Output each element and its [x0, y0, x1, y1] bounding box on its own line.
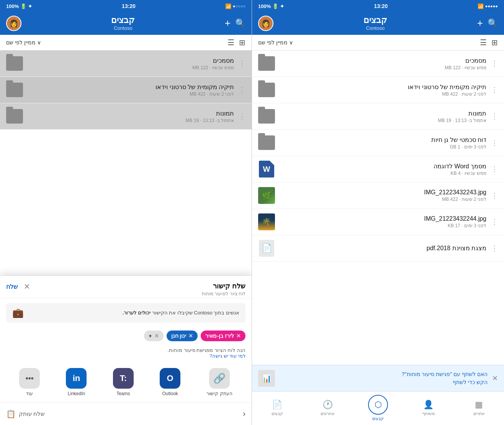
docs-label: קבצים — [272, 411, 283, 416]
shared-label: משותף — [422, 411, 435, 416]
folder-icon-3-right — [258, 134, 275, 151]
send-copy-button[interactable]: שלח עותק 📋 — [6, 409, 45, 418]
file-dots-4-right[interactable]: ⋮ — [491, 165, 498, 173]
file-dots-2-right[interactable]: ⋮ — [491, 112, 498, 120]
file-name-2-left: תמונות — [28, 110, 234, 117]
file-dots-0-right[interactable]: ⋮ — [491, 59, 498, 68]
file-dots-7-right[interactable]: ⋮ — [491, 244, 498, 252]
file-dots-1-right[interactable]: ⋮ — [491, 86, 498, 94]
file-item-right-6[interactable]: ⋮ IMG_21223432244.jpg לפני 3 ימים · 17 K… — [252, 209, 504, 235]
bottom-nav: ▦ אתרים 👤 משותף ⬡ קבצים 🕐 אחרונים 📄 קבצי… — [252, 391, 504, 425]
back-button[interactable]: ‹ — [243, 409, 245, 419]
notify-text: האם לשתף עם "פגישת סיעור מוחות"? הקש כדי… — [280, 370, 488, 386]
signal-dots-right: ●●●●● — [485, 4, 498, 8]
file-info-4-right: מסמך Word לדוגמה ממש עכשיו · 4 KB — [280, 163, 486, 176]
file-info-0-right: מסמכים ממש עכשיו · 122 MB — [280, 57, 486, 70]
sort-button-right[interactable]: ∨ ממיין לפי שם — [258, 39, 293, 46]
modal-send-button[interactable]: שלח — [6, 283, 18, 290]
header-icons-left: 🔍 + — [225, 17, 245, 29]
bluetooth-icon-right: ✦ — [280, 3, 284, 9]
nav-item-sites[interactable]: ▦ אתרים — [453, 400, 504, 416]
file-info-0-left: מסמכים ממש עכשיו · 122 MB — [28, 57, 234, 70]
share-app-outlook[interactable]: O Outlook — [160, 368, 180, 396]
file-item-right-7[interactable]: ⋮ מצגת מצוינת 2018.pdf 📄 — [252, 235, 504, 262]
docs-icon: 📄 — [272, 400, 282, 410]
share-app-more[interactable]: ••• עוד — [19, 368, 40, 396]
avatar-right[interactable]: 👩 — [258, 16, 273, 31]
file-item-right-4[interactable]: ⋮ מסמך Word לדוגמה ממש עכשיו · 4 KB W — [252, 156, 504, 182]
hint-link[interactable]: למי עוד יש גישה? — [209, 353, 245, 359]
list-view-icon-left[interactable]: ☰ — [227, 38, 234, 47]
copy-label: העתק קישור — [206, 391, 232, 396]
file-item-right-0[interactable]: ⋮ מסמכים ממש עכשיו · 122 MB — [252, 50, 504, 77]
share-app-linkedin[interactable]: in LinkedIn — [66, 368, 87, 396]
recipient-name-0: לירז בן-מאיר — [205, 333, 234, 339]
notify-line1: האם לשתף עם "פגישת סיעור מוחות"? — [280, 370, 488, 378]
files-active-label: קבצים — [372, 416, 384, 421]
nav-item-docs[interactable]: 📄 קבצים — [252, 400, 303, 416]
file-dots-2-left[interactable]: ⋮ — [239, 112, 245, 120]
info-box: אנשים בתוך Contoso שקיבלו את הקישור יכול… — [6, 303, 245, 323]
file-meta-0-left: ממש עכשיו · 122 MB — [28, 65, 234, 70]
chevron-down-icon-right: ∨ — [289, 39, 293, 46]
recipient-close-extra[interactable]: ✕ — [154, 333, 159, 339]
add-icon-right[interactable]: + — [477, 17, 483, 29]
file-item-right-2[interactable]: ⋮ תמונות אתמול ב- 13:13 · 19 MB — [252, 103, 504, 130]
file-item-right-3[interactable]: ⋮ דוח סכמטי של גן חיות לפני 3 ימים · 1 G… — [252, 130, 504, 156]
nav-item-shared[interactable]: 👤 משותף — [403, 400, 454, 416]
file-item-right-5[interactable]: ⋮ IMG_21223432243.jpg לפני 2 שעות · 422 … — [252, 182, 504, 209]
share-app-copy[interactable]: 🔗 העתק קישור — [206, 368, 232, 396]
file-info-7-right: מצגת מצוינת 2018.pdf — [280, 244, 486, 252]
status-right-left: 📶 ●○○○○ — [225, 3, 245, 9]
recipient-chip-0[interactable]: ✕ לירז בן-מאיר — [201, 331, 245, 341]
info-box-text: אנשים בתוך Contoso שקיבלו את הקישור יכול… — [28, 309, 239, 317]
notify-close-button[interactable]: ✕ — [492, 374, 498, 383]
link-icon: 💼 — [12, 308, 24, 318]
recipient-close-0[interactable]: ✕ — [236, 333, 241, 339]
nav-item-recent[interactable]: 🕐 אחרונים — [303, 400, 353, 416]
recipient-chip-1[interactable]: ✕ ינון חנן — [167, 331, 198, 341]
file-item-left-2[interactable]: ⋮ תמונות אתמול ב- 13:13 · 19 MB — [0, 103, 252, 130]
modal-header: שלח קישור לוח ציור לסיעור מוחות ✕ שלח — [0, 276, 252, 298]
file-item-right-1[interactable]: ⋮ תיקיה מקומית של סרטוני וידאו לפני 2 שע… — [252, 77, 504, 103]
add-icon-left[interactable]: + — [225, 17, 231, 29]
modal-title-group: שלח קישור לוח ציור לסיעור מוחות — [202, 282, 245, 296]
list-view-icon-right[interactable]: ☰ — [480, 38, 487, 47]
search-icon-left[interactable]: 🔍 — [235, 18, 245, 28]
nav-item-files-active[interactable]: ⬡ קבצים — [353, 395, 403, 421]
app-subtitle-left: Contoso — [111, 25, 135, 31]
file-dots-5-right[interactable]: ⋮ — [491, 191, 498, 200]
toolbar-right: ⊞ ☰ ∨ ממיין לפי שם — [252, 35, 504, 50]
battery-icon-left: 🔋 — [20, 3, 26, 9]
file-dots-0-left[interactable]: ⋮ — [239, 59, 245, 68]
file-info-2-right: תמונות אתמול ב- 13:13 · 19 MB — [280, 110, 486, 123]
modal-close-button[interactable]: ✕ — [24, 282, 30, 291]
recipient-close-1[interactable]: ✕ — [188, 333, 193, 339]
file-info-2-left: תמונות אתמול ב- 13:13 · 19 MB — [28, 110, 234, 123]
notify-line2[interactable]: הקש כדי לשתף — [280, 378, 488, 386]
header-icons-right: 🔍 + — [477, 17, 498, 29]
img-thumb-2-right: 🌴 — [258, 213, 275, 230]
file-name-1-right: תיקיה מקומית של סרטוני וידאו — [280, 83, 486, 91]
battery-percent-left: 100% — [6, 3, 19, 9]
grid-view-icon-right[interactable]: ⊞ — [491, 38, 498, 47]
shared-icon: 👤 — [423, 400, 434, 410]
file-item-left-1[interactable]: ⋮ תיקיה מקומית של סרטוני וידאו לפני 2 שע… — [0, 77, 252, 103]
share-app-teams[interactable]: T: Teams — [113, 368, 134, 396]
toolbar-left: ⊞ ☰ ∨ ממיין לפי שם — [0, 35, 252, 50]
recent-label: אחרונים — [321, 411, 334, 416]
search-icon-right[interactable]: 🔍 — [488, 18, 498, 28]
file-dots-6-right[interactable]: ⋮ — [491, 218, 498, 226]
folder-icon-1-left — [6, 81, 23, 98]
grid-view-icon-left[interactable]: ⊞ — [239, 38, 245, 47]
files-active-ring: ⬡ — [368, 395, 388, 415]
file-item-left-0[interactable]: ⋮ מסמכים ממש עכשיו · 122 MB — [0, 50, 252, 77]
file-dots-1-left[interactable]: ⋮ — [239, 86, 245, 94]
avatar-left[interactable]: 👩 — [6, 16, 21, 31]
sort-button-left[interactable]: ∨ ממיין לפי שם — [6, 39, 41, 46]
recipient-chip-extra[interactable]: ✕ + — [144, 331, 163, 341]
bluetooth-icon-left: ✦ — [28, 3, 32, 9]
file-dots-3-right[interactable]: ⋮ — [491, 138, 498, 147]
file-name-4-right: מסמך Word לדוגמה — [280, 163, 486, 170]
header-left: 🔍 + קבצים Contoso 👩 — [0, 12, 252, 35]
